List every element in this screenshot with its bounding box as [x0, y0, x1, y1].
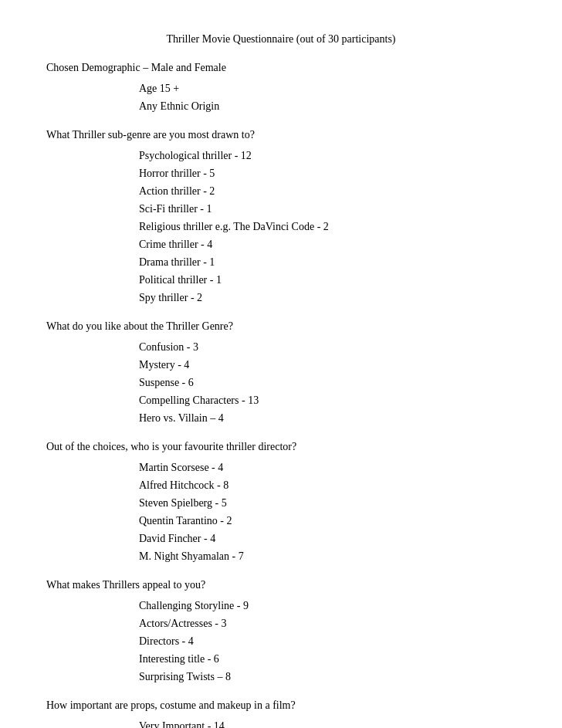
answer-line-q1-6: Drama thriller - 1	[139, 254, 516, 270]
demographic-line-2: Any Ethnic Origin	[139, 98, 516, 114]
answer-line-q3-3: Quentin Tarantino - 2	[139, 513, 516, 529]
answer-line-q3-1: Alfred Hitchcock - 8	[139, 477, 516, 493]
answer-line-q3-0: Martin Scorsese - 4	[139, 459, 516, 476]
question-section-q5: How important are props, costume and mak…	[46, 697, 516, 728]
question-text-q1: What Thriller sub-genre are you most dra…	[46, 127, 516, 143]
answer-line-q4-0: Challenging Storyline - 9	[139, 598, 516, 614]
answers-q4: Challenging Storyline - 9Actors/Actresse…	[46, 598, 516, 685]
answer-line-q2-0: Confusion - 3	[139, 339, 516, 355]
question-text-q3: Out of the choices, who is your favourit…	[46, 438, 516, 455]
answer-line-q1-5: Crime thriller - 4	[139, 236, 516, 252]
answer-line-q4-3: Interesting title - 6	[139, 651, 516, 667]
answer-line-q5-0: Very Important - 14	[139, 718, 516, 728]
question-section-q3: Out of the choices, who is your favourit…	[46, 438, 516, 564]
question-section-q1: What Thriller sub-genre are you most dra…	[46, 127, 516, 306]
answer-line-q1-1: Horror thriller - 5	[139, 165, 516, 181]
answer-line-q4-1: Actors/Actresses - 3	[139, 615, 516, 631]
answer-line-q3-4: David Fincher - 4	[139, 530, 516, 547]
answers-q1: Psychological thriller - 12Horror thrill…	[46, 147, 516, 306]
answer-line-q1-2: Action thriller - 2	[139, 183, 516, 199]
answer-line-q3-5: M. Night Shyamalan - 7	[139, 548, 516, 564]
answer-line-q2-1: Mystery - 4	[139, 357, 516, 373]
question-text-q5: How important are props, costume and mak…	[46, 697, 516, 713]
answers-q5: Very Important - 14Important - 11Fairly …	[46, 718, 516, 728]
answer-line-q2-3: Compelling Characters - 13	[139, 392, 516, 408]
answers-q2: Confusion - 3Mystery - 4Suspense - 6Comp…	[46, 339, 516, 426]
questions-container: What Thriller sub-genre are you most dra…	[46, 127, 516, 728]
answer-line-q1-0: Psychological thriller - 12	[139, 147, 516, 164]
question-section-q4: What makes Thrillers appeal to you?Chall…	[46, 577, 516, 685]
answer-line-q1-7: Political thriller - 1	[139, 272, 516, 288]
answer-line-q1-8: Spy thriller - 2	[139, 290, 516, 306]
answer-line-q3-2: Steven Spielberg - 5	[139, 495, 516, 511]
answer-line-q4-2: Directors - 4	[139, 633, 516, 649]
question-section-q2: What do you like about the Thriller Genr…	[46, 318, 516, 426]
answer-line-q2-4: Hero vs. Villain – 4	[139, 410, 516, 426]
demographic-line-1: Age 15 +	[139, 80, 516, 97]
answer-line-q1-4: Religious thriller e.g. The DaVinci Code…	[139, 218, 516, 235]
page-title: Thriller Movie Questionnaire (out of 30 …	[46, 31, 516, 47]
question-text-q2: What do you like about the Thriller Genr…	[46, 318, 516, 334]
answers-q3: Martin Scorsese - 4Alfred Hitchcock - 8S…	[46, 459, 516, 564]
demographic-label: Chosen Demographic – Male and Female	[46, 59, 516, 76]
demographic-section: Chosen Demographic – Male and Female Age…	[46, 59, 516, 114]
answer-line-q1-3: Sci-Fi thriller - 1	[139, 201, 516, 217]
question-text-q4: What makes Thrillers appeal to you?	[46, 577, 516, 593]
answer-line-q4-4: Surprising Twists – 8	[139, 669, 516, 685]
answer-line-q2-2: Suspense - 6	[139, 374, 516, 391]
